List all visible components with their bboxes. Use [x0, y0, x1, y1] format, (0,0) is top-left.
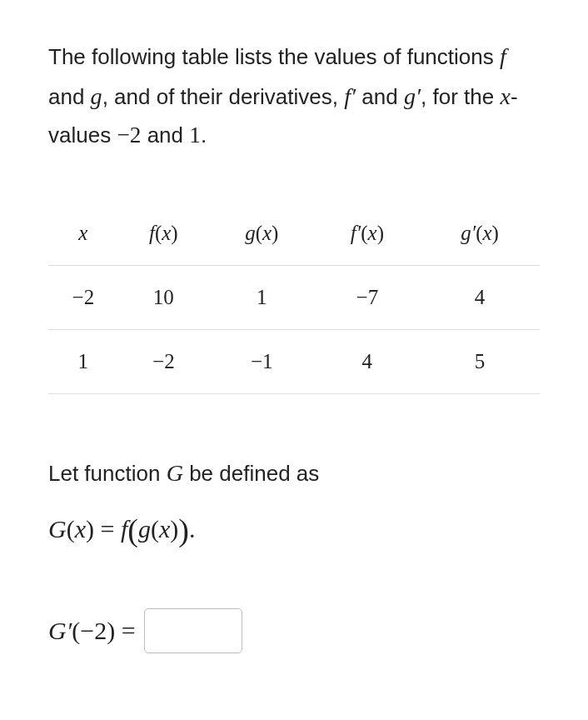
- col-header-gpx: g′(x): [420, 202, 540, 266]
- symbol-f: f: [500, 43, 506, 69]
- values-table: x f(x) g(x) f′(x) g′(x) −2 10 1 −7 4 1 −…: [48, 202, 540, 394]
- cell-fx: 10: [118, 265, 209, 329]
- symbol-g: g: [91, 83, 102, 109]
- answer-input[interactable]: [144, 608, 242, 653]
- cell-gx: 1: [209, 265, 315, 329]
- col-header-x: x: [48, 202, 118, 266]
- cell-fpx: −7: [315, 265, 420, 329]
- cell-x: −2: [48, 265, 118, 329]
- value-one: 1: [189, 122, 201, 148]
- symbol-f-prime: f′: [344, 83, 356, 109]
- cell-fpx: 4: [315, 329, 420, 393]
- definition-text: Let function G be defined as G(x) = f(g(…: [48, 451, 540, 561]
- value-neg2: −2: [117, 122, 141, 148]
- col-header-fx: f(x): [118, 202, 209, 266]
- table-row: 1 −2 −1 4 5: [48, 329, 540, 393]
- answer-lhs: G′(−2) =: [48, 617, 136, 645]
- symbol-big-g: G: [167, 460, 183, 486]
- intro-text: The following table lists the values of …: [48, 37, 540, 155]
- definition-formula: G(x) = f(g(x)).: [48, 500, 540, 560]
- cell-x: 1: [48, 329, 118, 393]
- col-header-fpx: f′(x): [315, 202, 420, 266]
- table-row: −2 10 1 −7 4: [48, 265, 540, 329]
- answer-expression: G′(−2) =: [48, 608, 540, 653]
- cell-gpx: 5: [420, 329, 540, 393]
- cell-gpx: 4: [420, 265, 540, 329]
- col-header-gx: g(x): [209, 202, 315, 266]
- cell-fx: −2: [118, 329, 209, 393]
- symbol-x: x: [501, 83, 511, 109]
- symbol-g-prime: g′: [404, 83, 421, 109]
- cell-gx: −1: [209, 329, 315, 393]
